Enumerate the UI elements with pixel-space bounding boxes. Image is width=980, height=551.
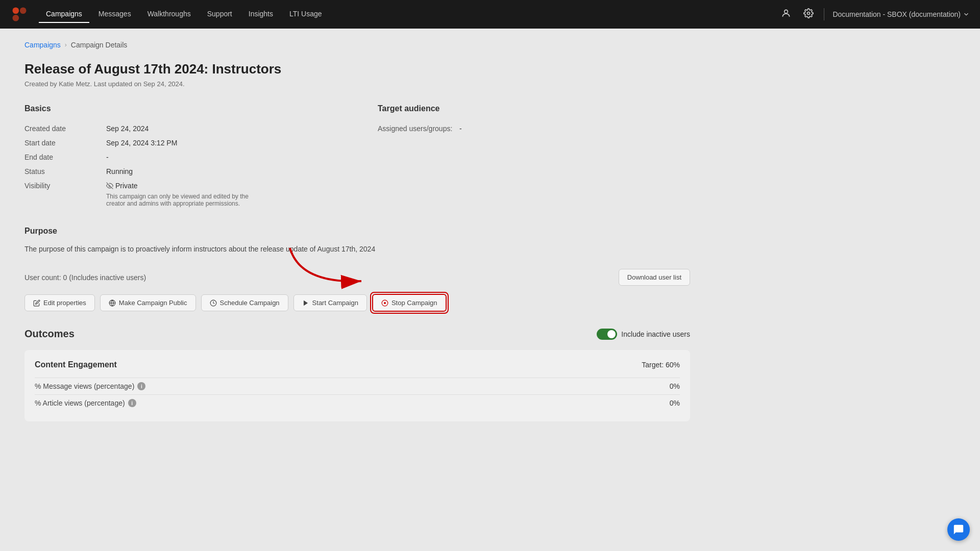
end-date-label: End date <box>24 153 106 161</box>
svg-point-0 <box>13 8 19 14</box>
app-logo[interactable] <box>10 5 29 23</box>
page-title: Release of August 17th 2024: Instructors <box>24 61 690 77</box>
svg-point-11 <box>382 300 388 306</box>
schedule-icon <box>210 299 217 307</box>
created-date-row: Created date Sep 24, 2024 <box>24 121 337 136</box>
include-inactive-label: Include inactive users <box>621 330 690 338</box>
engagement-row-1-value: 0% <box>670 399 680 407</box>
end-date-row: End date - <box>24 150 337 164</box>
stop-icon <box>381 299 388 307</box>
assigned-value: - <box>459 124 690 133</box>
engagement-title: Content Engagement <box>35 360 117 369</box>
page-subtitle: Created by Katie Metz. Last updated on S… <box>24 80 690 88</box>
breadcrumb: Campaigns › Campaign Details <box>24 41 690 49</box>
user-count: User count: 0 (Includes inactive users) <box>24 273 146 282</box>
assigned-row: Assigned users/groups: - <box>378 121 690 136</box>
nav-campaigns[interactable]: Campaigns <box>39 6 89 23</box>
basics-title: Basics <box>24 104 337 113</box>
assigned-label: Assigned users/groups: <box>378 124 459 133</box>
nav-lti-usage[interactable]: LTI Usage <box>282 6 329 23</box>
workspace-selector[interactable]: Documentation - SBOX (documentation) <box>832 10 970 18</box>
edit-properties-button[interactable]: Edit properties <box>24 294 95 311</box>
end-date-value: - <box>106 153 337 161</box>
engagement-row-0: % Message views (percentage) i 0% <box>35 378 680 394</box>
download-user-list-button[interactable]: Download user list <box>619 269 690 286</box>
start-date-value: Sep 24, 2024 3:12 PM <box>106 139 337 147</box>
svg-rect-12 <box>384 302 386 304</box>
top-navigation: Campaigns Messages Walkthroughs Support … <box>0 0 980 29</box>
action-buttons: Edit properties Make Campaign Public Sch… <box>24 294 690 312</box>
settings-icon[interactable] <box>801 6 816 23</box>
engagement-header: Content Engagement Target: 60% <box>35 360 680 369</box>
stop-button-wrapper: Stop Campaign <box>372 294 447 312</box>
visibility-row: Visibility Private This campaign can onl… <box>24 179 337 210</box>
main-nav: Campaigns Messages Walkthroughs Support … <box>39 6 779 23</box>
svg-point-4 <box>807 12 810 14</box>
breadcrumb-campaigns[interactable]: Campaigns <box>24 41 61 49</box>
purpose-text: The purpose of this campaign is to proac… <box>24 244 690 255</box>
action-area: Edit properties Make Campaign Public Sch… <box>24 294 690 312</box>
nav-messages[interactable]: Messages <box>91 6 138 23</box>
outcomes-title: Outcomes <box>24 328 75 340</box>
engagement-row-1-label: % Article views (percentage) i <box>35 399 136 407</box>
include-inactive-toggle[interactable]: Include inactive users <box>597 329 690 340</box>
created-date-label: Created date <box>24 124 106 133</box>
svg-point-1 <box>20 8 27 14</box>
user-icon[interactable] <box>779 6 793 23</box>
visibility-note: This campaign can only be viewed and edi… <box>106 193 259 207</box>
visibility-value: Private This campaign can only be viewed… <box>106 182 337 207</box>
start-date-row: Start date Sep 24, 2024 3:12 PM <box>24 136 337 150</box>
outcomes-header: Outcomes Include inactive users <box>24 328 690 340</box>
private-icon-group: Private <box>106 182 138 190</box>
start-campaign-button[interactable]: Start Campaign <box>293 294 367 311</box>
message-views-info-icon[interactable]: i <box>137 382 145 390</box>
status-label: Status <box>24 167 106 176</box>
nav-walkthroughs[interactable]: Walkthroughs <box>140 6 198 23</box>
engagement-card: Content Engagement Target: 60% % Message… <box>24 350 690 421</box>
purpose-section: Purpose The purpose of this campaign is … <box>24 227 690 255</box>
stop-campaign-button[interactable]: Stop Campaign <box>372 294 447 312</box>
public-icon <box>109 299 116 307</box>
breadcrumb-separator: › <box>65 41 67 48</box>
created-date-value: Sep 24, 2024 <box>106 124 337 133</box>
engagement-row-1: % Article views (percentage) i 0% <box>35 394 680 411</box>
breadcrumb-current: Campaign Details <box>71 41 128 49</box>
target-audience-title: Target audience <box>378 104 690 113</box>
nav-divider <box>824 8 824 20</box>
engagement-row-0-label: % Message views (percentage) i <box>35 382 145 390</box>
target-label: Target: 60% <box>642 361 680 369</box>
nav-insights[interactable]: Insights <box>241 6 280 23</box>
basics-section: Basics Created date Sep 24, 2024 Start d… <box>24 104 337 210</box>
edit-icon <box>33 299 40 307</box>
basics-table: Created date Sep 24, 2024 Start date Sep… <box>24 121 337 210</box>
schedule-campaign-button[interactable]: Schedule Campaign <box>201 294 288 311</box>
inactive-toggle-switch[interactable] <box>597 329 617 340</box>
make-campaign-public-button[interactable]: Make Campaign Public <box>100 294 196 311</box>
play-icon <box>302 299 309 307</box>
svg-point-2 <box>13 15 19 21</box>
svg-point-3 <box>785 10 788 13</box>
main-content: Campaigns › Campaign Details Release of … <box>0 29 715 434</box>
nav-right: Documentation - SBOX (documentation) <box>779 6 970 23</box>
user-count-bar: User count: 0 (Includes inactive users) … <box>24 269 690 286</box>
visibility-text: Private <box>115 182 138 190</box>
purpose-title: Purpose <box>24 227 690 236</box>
status-value: Running <box>106 167 337 176</box>
start-date-label: Start date <box>24 139 106 147</box>
visibility-label: Visibility <box>24 182 106 190</box>
svg-marker-10 <box>304 300 308 306</box>
article-views-info-icon[interactable]: i <box>128 399 136 407</box>
target-audience-section: Target audience Assigned users/groups: - <box>378 104 690 210</box>
status-row: Status Running <box>24 164 337 179</box>
nav-support[interactable]: Support <box>200 6 239 23</box>
info-sections: Basics Created date Sep 24, 2024 Start d… <box>24 104 690 210</box>
engagement-row-0-value: 0% <box>670 382 680 390</box>
